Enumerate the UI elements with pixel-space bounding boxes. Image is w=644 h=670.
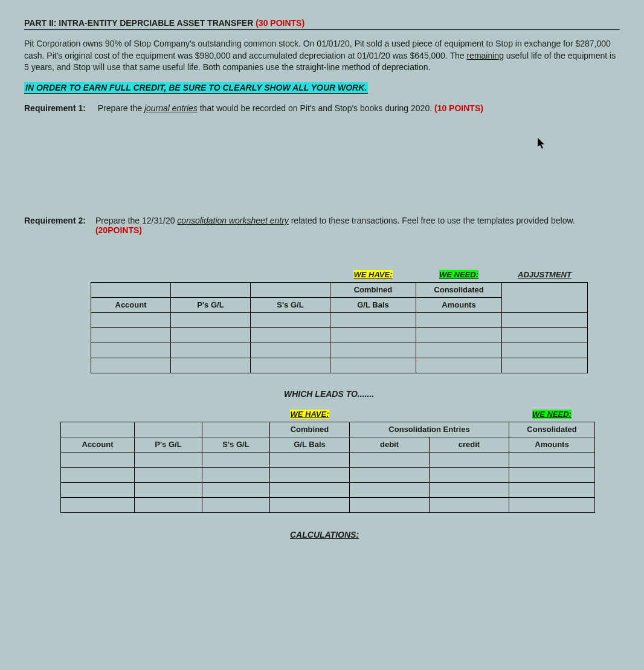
req1-points: (10 POINTS): [434, 103, 483, 113]
req1-text-a: Prepare the: [98, 103, 144, 113]
table-row: [61, 497, 595, 512]
part-title: PART II: INTRA-ENTITY DEPRCIABLE ASSET T…: [24, 18, 620, 30]
t2-consolentries: Consolidation Entries: [350, 422, 509, 437]
t2-consol2: Amounts: [509, 437, 595, 452]
t1-wehave: WE HAVE:: [353, 270, 392, 279]
req1-underline: journal entries: [144, 103, 198, 113]
intro-underline: remaining: [466, 51, 503, 60]
t2-sgl: S's G/L: [202, 437, 270, 452]
table-row: [61, 467, 595, 482]
t2-credit: credit: [430, 437, 509, 452]
req2-underline: consolidation worksheet entry: [177, 216, 288, 225]
t2-debit: debit: [350, 437, 430, 452]
table-row: [91, 358, 588, 373]
t1-consol1: Consolidated: [416, 282, 502, 297]
table-row: [91, 327, 588, 343]
t1-combined1: Combined: [330, 282, 416, 297]
t2-pgl: P's G/L: [135, 437, 202, 452]
t1-adjustment: ADJUSTMENT: [518, 270, 572, 279]
t2-wehave: WE HAVE:: [290, 410, 329, 419]
t1-account: Account: [91, 297, 171, 312]
req2-text-a: Prepare the 12/31/20: [95, 216, 177, 225]
t2-consol1: Consolidated: [509, 422, 595, 437]
table-row: [61, 482, 595, 497]
worksheet-table-1: WE HAVE: WE NEED: ADJUSTMENT Combined Co…: [91, 268, 588, 373]
req1-text-b: that would be recorded on Pit's and Stop…: [198, 103, 434, 113]
t2-combined1: Combined: [270, 422, 350, 437]
worksheet-table-2: WE HAVE: WE NEED: Combined Consolidation…: [60, 407, 595, 513]
calculations-label: CALCULATIONS:: [290, 530, 620, 540]
req1-label: Requirement 1:: [24, 103, 86, 113]
req2-points: (20POINTS): [95, 225, 142, 235]
which-leads-to: WHICH LEADS TO.......: [284, 389, 620, 399]
table-row: [61, 452, 595, 467]
part-points: (30 POINTS): [256, 18, 304, 28]
intro-paragraph: Pit Corporation owns 90% of Stop Company…: [24, 38, 620, 74]
part-label: PART II:: [24, 18, 56, 28]
t2-account: Account: [61, 437, 135, 452]
req2-label: Requirement 2:: [24, 216, 86, 225]
table-row: [91, 343, 588, 358]
part-text: INTRA-ENTITY DEPRCIABLE ASSET TRANSFER: [59, 18, 253, 28]
requirement-2: Requirement 2: Prepare the 12/31/20 cons…: [24, 216, 620, 235]
t2-combined2: G/L Bals: [270, 437, 350, 452]
req2-text-b: related to these transactions. Feel free…: [289, 216, 575, 225]
t1-combined2: G/L Bals: [330, 297, 416, 312]
credit-notice: IN ORDER TO EARN FULL CREDIT, BE SURE TO…: [24, 82, 368, 94]
t1-consol2: Amounts: [416, 297, 502, 312]
t1-sgl: S's G/L: [251, 297, 330, 312]
t1-weneed: WE NEED:: [439, 270, 478, 279]
t2-weneed: WE NEED:: [532, 410, 572, 419]
table-row: [91, 312, 588, 327]
t1-pgl: P's G/L: [171, 297, 251, 312]
requirement-1: Requirement 1: Prepare the journal entri…: [24, 103, 620, 113]
